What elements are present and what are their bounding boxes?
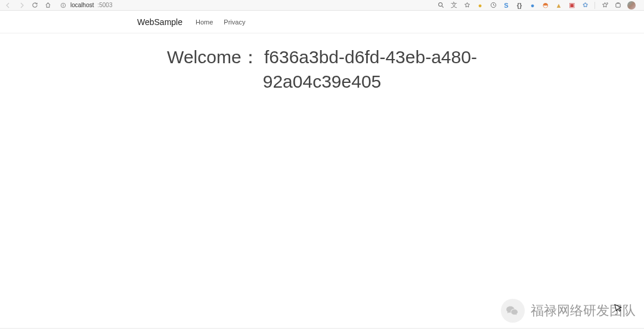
navbar-brand[interactable]: WebSample [137, 17, 182, 27]
search-icon[interactable] [437, 2, 444, 9]
translate-icon[interactable]: 文 [450, 2, 457, 9]
page-navbar: WebSample Home Privacy [0, 11, 644, 33]
ext-yellow-icon[interactable]: ● [476, 2, 484, 9]
ext-person-icon[interactable]: ▲ [555, 2, 562, 9]
address-bar[interactable]: localhost:5003 [57, 1, 432, 10]
address-host: localhost [70, 2, 94, 8]
home-icon[interactable] [44, 2, 51, 9]
svg-point-1 [63, 4, 63, 4]
ext-circle-blue-icon[interactable]: ● [529, 2, 536, 9]
address-port: :5003 [97, 2, 112, 8]
nav-link-privacy[interactable]: Privacy [224, 18, 245, 26]
welcome-heading: Welcome： f636a3bd-d6fd-43eb-a480-92a04c3… [131, 45, 513, 94]
svg-rect-5 [615, 4, 620, 7]
footer-divider [0, 328, 644, 329]
ext-braces-icon[interactable]: {} [516, 2, 523, 9]
svg-point-3 [438, 3, 442, 7]
ext-shield-orange-icon[interactable]: ◓ [542, 2, 549, 9]
main-content: Welcome： f636a3bd-d6fd-43eb-a480-92a04c3… [131, 45, 513, 94]
profile-avatar[interactable] [627, 1, 636, 10]
browser-toolbar: localhost:5003 文 ● S {} ● ◓ ▲ ▣ ✿ [0, 0, 644, 11]
nav-link-home[interactable]: Home [196, 18, 213, 26]
ext-flower-icon[interactable]: ✿ [581, 2, 589, 9]
browser-nav-controls [5, 2, 51, 9]
ext-blue-s-icon[interactable]: S [503, 2, 510, 9]
wechat-icon [501, 299, 525, 323]
toolbar-separator [595, 2, 595, 9]
ext-red-icon[interactable]: ▣ [568, 2, 575, 9]
refresh-icon[interactable] [31, 2, 38, 9]
back-icon[interactable] [5, 2, 12, 9]
ext-clock-icon[interactable] [490, 2, 497, 9]
info-icon[interactable] [60, 2, 67, 9]
forward-icon[interactable] [18, 2, 25, 9]
collections-icon[interactable] [614, 2, 621, 9]
browser-extensions: 文 ● S {} ● ◓ ▲ ▣ ✿ [437, 1, 639, 10]
svg-rect-2 [63, 5, 64, 7]
favorites-icon[interactable] [601, 2, 608, 9]
star-icon[interactable] [463, 2, 470, 9]
